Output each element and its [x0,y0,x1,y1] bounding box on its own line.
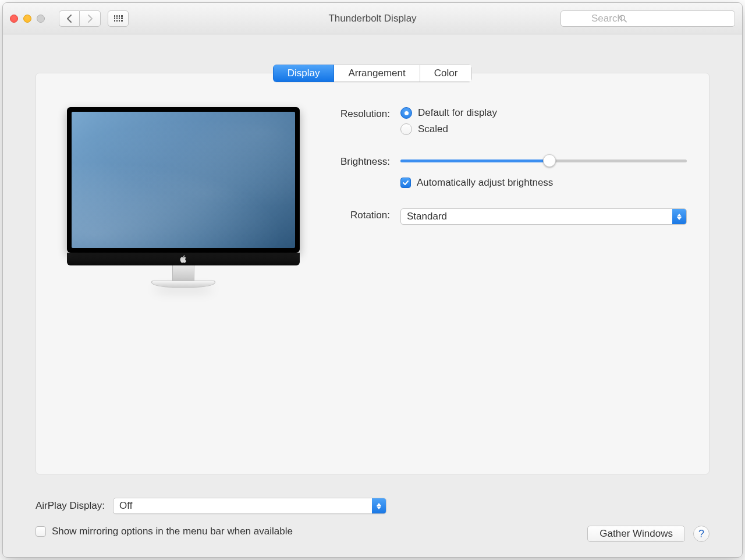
bottom-area: AirPlay Display: Off Show mirroring opti… [3,486,742,557]
radio-default[interactable] [400,107,412,119]
show-all-button[interactable] [108,10,129,27]
rotation-select[interactable]: Standard [400,208,687,225]
radio-scaled-line[interactable]: Scaled [400,123,687,135]
tab-arrangement[interactable]: Arrangement [334,65,420,82]
search-input[interactable] [560,10,735,27]
apple-logo-icon [180,255,187,263]
settings-column: Resolution: Default for display Scaled [308,107,687,456]
tab-bar: Display Arrangement Color [36,65,709,82]
radio-default-label: Default for display [418,107,497,119]
select-stepper-icon [672,209,686,224]
label-brightness: Brightness: [314,155,390,168]
minimize-window-button[interactable] [23,15,31,23]
window-controls [10,15,45,23]
help-button[interactable]: ? [693,526,709,542]
mirroring-line[interactable]: Show mirroring options in the menu bar w… [36,526,293,537]
nav-back-forward [59,10,101,27]
label-airplay: AirPlay Display: [36,500,105,512]
search-wrap [560,10,735,27]
row-brightness: Brightness: Automatically adjust brightn… [314,155,687,193]
radio-default-line[interactable]: Default for display [400,107,687,119]
row-resolution: Resolution: Default for display Scaled [314,107,687,140]
radio-scaled[interactable] [400,123,412,135]
tab-display[interactable]: Display [273,65,335,82]
monitor-chin [67,253,300,265]
mirroring-checkbox[interactable] [36,526,46,537]
slider-knob[interactable] [543,154,556,167]
airplay-row: AirPlay Display: Off [36,498,709,514]
auto-brightness-line[interactable]: Automatically adjust brightness [400,177,687,189]
select-stepper-icon [372,498,386,513]
label-rotation: Rotation: [314,208,390,221]
auto-brightness-checkbox[interactable] [400,178,411,188]
monitor-icon [67,107,300,253]
mirroring-label: Show mirroring options in the menu bar w… [52,526,293,537]
airplay-value: Off [113,498,372,513]
monitor-preview [58,107,308,456]
chevron-left-icon [66,15,72,23]
auto-brightness-label: Automatically adjust brightness [417,177,553,189]
radio-scaled-label: Scaled [418,123,448,135]
body: Display Arrangement Color [3,34,742,486]
display-panel: Resolution: Default for display Scaled [36,73,709,474]
back-button[interactable] [59,10,80,27]
label-resolution: Resolution: [314,107,390,120]
rotation-value: Standard [401,209,672,224]
footer-row: Show mirroring options in the menu bar w… [36,526,709,542]
chevron-right-icon [87,15,93,23]
row-rotation: Rotation: Standard [314,208,687,225]
tab-color[interactable]: Color [420,65,473,82]
grid-icon [114,15,123,22]
preferences-window: Thunderbolt Display Display Arrangement … [2,2,743,558]
zoom-window-button [37,15,45,23]
brightness-slider[interactable] [400,155,687,166]
forward-button[interactable] [80,10,101,27]
close-window-button[interactable] [10,15,18,23]
gather-windows-button[interactable]: Gather Windows [587,526,685,542]
titlebar: Thunderbolt Display [3,3,742,34]
airplay-select[interactable]: Off [113,498,386,514]
